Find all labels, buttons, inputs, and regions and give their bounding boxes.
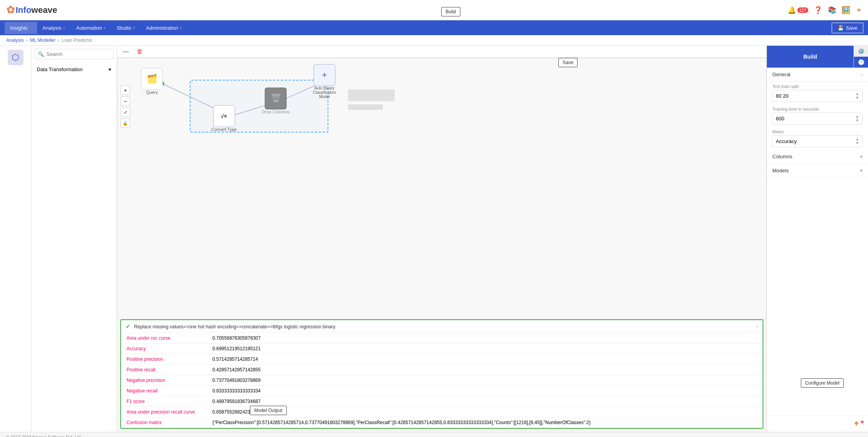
nav-bar: Insights ▾ Analysis ▾ Automation ▾ Studi… [0, 20, 868, 35]
chevron-down-icon: ▾ [109, 66, 111, 72]
training-time-input[interactable]: 600 ▲ ▼ [772, 113, 863, 125]
footer-logo-icon: ✦ [853, 419, 860, 429]
metric-value: 0.48979591836734687 [207, 396, 763, 407]
metric-value: 0.73770491803278869 [207, 375, 763, 386]
nav-insights[interactable]: Insights ▾ [5, 22, 37, 34]
table-row: Positive precision0.5714285714285714 [121, 354, 763, 365]
models-chevron: ▾ [860, 168, 863, 173]
metric-up[interactable]: ▲ [856, 138, 859, 141]
test-train-up[interactable]: ▲ [856, 92, 859, 96]
check-icon: ✔ [126, 323, 130, 330]
breadcrumb-loan-predictor: Loan Predictor [62, 38, 92, 43]
search-input[interactable] [46, 51, 110, 57]
search-icon: 🔍 [38, 51, 44, 57]
selection-box [190, 80, 328, 133]
fit-button[interactable]: ⤢ [121, 107, 130, 117]
app-logo: ✿ Infoweave [6, 4, 57, 16]
nav-automation[interactable]: Automation ▾ [71, 22, 111, 34]
metric-name: Positive recall [121, 365, 207, 375]
test-train-down[interactable]: ▼ [856, 96, 859, 100]
books-icon[interactable]: 📚 [828, 6, 836, 14]
drop-columns-node[interactable]: 🗑️ Drop Columns [262, 88, 289, 114]
test-train-split-input[interactable]: 80 20 ▲ ▼ [772, 90, 863, 102]
table-row: Area under precision recall curve0.65875… [121, 407, 763, 417]
minimize-button[interactable]: — [120, 47, 131, 56]
table-row: Negative precision0.73770491803278869 [121, 375, 763, 386]
left-panel: ⬡ [0, 46, 31, 432]
build-button[interactable]: Build [767, 46, 854, 68]
model-output-header: ✔ Replace missing values=>one hot hash e… [121, 320, 763, 333]
training-time-down[interactable]: ▼ [856, 119, 859, 122]
table-row: Area under roc curve0.70556878305878307 [121, 333, 763, 344]
table-row: Positive recall0.42857142857142855 [121, 365, 763, 375]
right-panel: Build ⚙️ 🕐 General › Test train split 80… [766, 46, 868, 432]
training-time-field: Training time in seconds 600 ▲ ▼ [767, 104, 868, 127]
models-section: Models ▾ [767, 164, 868, 178]
metric-value: {"PerClassPrecision":[0.5714285714285714… [207, 417, 763, 428]
metric-value: 0.65875528824231614 [207, 407, 763, 417]
node-icon[interactable]: ⬡ [8, 50, 23, 65]
auto-binary-label: Auto Binary Classification Model [309, 86, 340, 99]
metric-name: Positive precision [121, 354, 207, 365]
right-panel-footer: ✦ ★ [767, 415, 868, 432]
table-row: Confusion matrix{"PerClassPrecision":[0.… [121, 417, 763, 428]
metric-select[interactable]: Accuracy ▲ ▼ [772, 135, 863, 147]
general-section-header[interactable]: General › [767, 68, 868, 81]
test-train-split-label: Test train split [772, 84, 863, 89]
nav-studio[interactable]: Studio ▾ [111, 22, 141, 34]
metric-name: Negative recall [121, 386, 207, 396]
metric-value: 0.42857142857142855 [207, 365, 763, 375]
footer: © 2013-2023 Noesys Software Pvt. Ltd. [0, 432, 868, 437]
breadcrumb: Analysis › ML Modeller › Loan Predictor [0, 35, 868, 46]
lock-button[interactable]: 🔒 [121, 118, 130, 128]
blurred-metric-2 [348, 104, 383, 110]
columns-chevron: ▾ [860, 154, 863, 159]
metric-name: Area under precision recall curve [121, 407, 207, 417]
notification-bell[interactable]: 🔔 127 [788, 6, 808, 14]
expand-icon[interactable]: › [756, 324, 758, 329]
general-chevron: › [861, 72, 863, 77]
metric-value: 0.70556878305878307 [207, 333, 763, 344]
sidebar: 🔍 Data Transformation ▾ [31, 46, 117, 432]
image-icon[interactable]: 🖼️ [842, 6, 850, 14]
data-transformation-item[interactable]: Data Transformation ▾ [34, 63, 114, 75]
query-node-label: Query [146, 90, 158, 95]
columns-section-header[interactable]: Columns ▾ [767, 150, 868, 163]
grid-icon[interactable]: ✦ [856, 6, 862, 14]
help-icon[interactable]: ❓ [814, 6, 822, 14]
metric-name: Accuracy [121, 344, 207, 354]
canvas-toolbar: — 🗑 [117, 46, 766, 58]
breadcrumb-analysis[interactable]: Analysis [6, 38, 24, 43]
zoom-in-button[interactable]: + [121, 86, 130, 95]
clock-icon[interactable]: 🕐 [854, 57, 868, 68]
zoom-controls: + − ⤢ 🔒 [121, 86, 130, 128]
delete-button[interactable]: 🗑 [134, 47, 145, 56]
canvas[interactable]: 🗂️ Query √× Convert Type 🗑️ Drop [117, 58, 766, 319]
metric-name: F1 score [121, 396, 207, 407]
convert-type-node[interactable]: √× Convert Type [211, 105, 237, 132]
save-button[interactable]: 💾 Save [832, 23, 863, 33]
query-node[interactable]: 🗂️ Query [141, 68, 163, 95]
metric-value: 0.69951219512195121 [207, 344, 763, 354]
search-box[interactable]: 🔍 [34, 49, 114, 59]
nav-analysis[interactable]: Analysis ▾ [37, 22, 71, 34]
training-time-label: Training time in seconds [772, 107, 863, 111]
zoom-out-button[interactable]: − [121, 97, 130, 106]
blurred-metric-1 [348, 90, 395, 101]
training-time-up[interactable]: ▲ [856, 115, 859, 118]
columns-section: Columns ▾ [767, 150, 868, 164]
copyright-text: © 2013-2023 Noesys Software Pvt. Ltd. [6, 435, 82, 437]
nav-administration[interactable]: Administration ▾ [141, 22, 187, 34]
metric-name: Confusion matrix [121, 417, 207, 428]
settings-icon[interactable]: ⚙️ [854, 46, 868, 57]
table-row: Accuracy0.69951219512195121 [121, 344, 763, 354]
models-section-header[interactable]: Models ▾ [767, 164, 868, 177]
auto-binary-node[interactable]: + Auto Binary Classification Model [309, 64, 340, 99]
top-icons: 🔔 127 ❓ 📚 🖼️ ✦ [788, 6, 862, 14]
metric-field: Metric Accuracy ▲ ▼ [767, 127, 868, 150]
breadcrumb-ml-modeller[interactable]: ML Modeller [30, 38, 56, 43]
sidebar-item-label: Data Transformation [37, 66, 83, 72]
metric-down[interactable]: ▼ [856, 141, 859, 145]
footer-star-icon: ★ [860, 419, 865, 429]
main-layout: ⬡ 🔍 Data Transformation ▾ — 🗑 [0, 46, 868, 432]
